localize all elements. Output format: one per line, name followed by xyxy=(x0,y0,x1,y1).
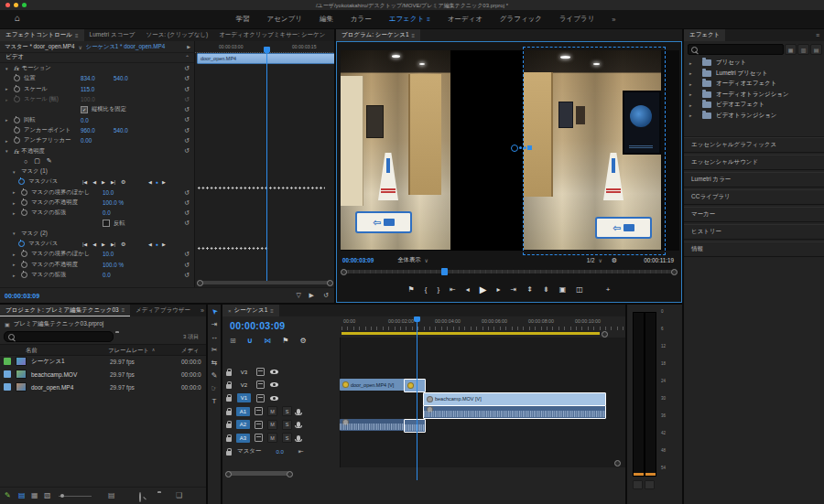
mute-button[interactable]: M xyxy=(267,433,277,443)
param-value[interactable]: 0.0 xyxy=(103,272,111,278)
mask-vertex-handle[interactable] xyxy=(527,145,532,150)
reset-icon[interactable]: ↺ xyxy=(184,84,190,94)
twirl-right-icon[interactable]: ▸ xyxy=(13,262,21,267)
folder-row-video-transitions[interactable]: ▸ビデオトランジション xyxy=(684,111,824,122)
scrollbar-handle[interactable] xyxy=(287,471,293,477)
solo-button[interactable]: S xyxy=(282,406,292,416)
filter-properties-icon[interactable]: ▽ xyxy=(297,292,301,299)
lock-icon[interactable] xyxy=(226,424,232,428)
work-area-end-handle[interactable] xyxy=(602,331,608,338)
mask-2-feather-row[interactable]: ▸ マスクの境界のぼかし 10.0 ↺ xyxy=(0,249,194,259)
uniform-scale-checkbox[interactable]: ✓ xyxy=(81,106,88,113)
reset-icon[interactable]: ↺ xyxy=(184,63,190,73)
param-value[interactable]: 115.0 xyxy=(81,86,94,92)
project-row-sequence[interactable]: シーケンス1 29.97 fps 00:00:0 xyxy=(0,355,206,368)
reset-icon[interactable]: ↺ xyxy=(184,135,190,145)
tab-source-monitor[interactable]: ソース: (クリップなし) xyxy=(140,29,213,41)
find-icon[interactable] xyxy=(139,492,141,502)
track-mask-backward-icon[interactable]: |◀ xyxy=(82,179,87,185)
add-marker-button[interactable]: ⚑ xyxy=(408,286,415,294)
loop-icon[interactable]: ↺ xyxy=(323,292,329,299)
panel-menu-icon[interactable]: ≡ xyxy=(412,33,416,38)
tab-media-browser[interactable]: メディアブラウザー xyxy=(130,305,196,316)
export-frame-button[interactable]: ▣ xyxy=(559,286,567,294)
zoom-slider-handle[interactable] xyxy=(60,494,64,498)
stopwatch-icon[interactable] xyxy=(14,86,20,92)
panel-markers[interactable]: マーカー xyxy=(684,207,824,222)
mask-outline[interactable] xyxy=(523,47,666,255)
insert-nest-toggle-icon[interactable]: ⊞ xyxy=(230,337,236,345)
project-row-beachcamp[interactable]: beachcamp.MOV 29.97 fps 00:00:0 xyxy=(0,368,206,381)
previous-keyframe-icon[interactable]: ◀ xyxy=(148,241,152,247)
mask-edge-handle[interactable] xyxy=(511,145,518,152)
lock-icon[interactable] xyxy=(226,437,232,442)
stopwatch-icon[interactable] xyxy=(21,199,27,206)
step-mask-forward-icon[interactable]: ▶ xyxy=(102,179,105,185)
scrollbar-handle[interactable] xyxy=(327,280,333,286)
zoom-level-select[interactable]: 全体表示 ∨ xyxy=(397,256,428,264)
twirl-right-icon[interactable]: ▸ xyxy=(13,200,21,206)
panel-menu-icon[interactable]: ≡ xyxy=(122,307,125,313)
sync-lock-icon[interactable] xyxy=(255,421,263,429)
keyframe-row-mask1-path[interactable] xyxy=(197,186,325,190)
folder-row-audio-effects[interactable]: ▸オーディオエフェクト xyxy=(684,79,824,90)
reset-icon[interactable]: ↺ xyxy=(184,125,190,135)
scrollbar-handle[interactable] xyxy=(197,280,203,286)
track-output-eye-icon[interactable] xyxy=(270,396,278,401)
effect-group-opacity[interactable]: ▾ fx 不透明度 ↺ xyxy=(0,145,194,155)
mask-handle-dot[interactable] xyxy=(519,146,522,149)
meter-solo-button-right[interactable] xyxy=(645,480,655,489)
clip-door-open-a2-selected[interactable] xyxy=(404,419,426,433)
clip-door-open-v2-selected[interactable] xyxy=(404,379,426,392)
panel-menu-icon[interactable]: ≡ xyxy=(75,33,79,38)
sync-lock-icon[interactable] xyxy=(255,407,263,415)
panel-menu-icon[interactable]: ≡ xyxy=(811,29,824,41)
track-header-v2[interactable]: V2 xyxy=(226,379,338,391)
twirl-right-icon[interactable]: ▸ xyxy=(13,189,21,195)
track-name-v2[interactable]: V2 xyxy=(237,381,251,390)
stopwatch-icon[interactable] xyxy=(14,75,20,81)
video-section-header[interactable]: ビデオ ⌃ xyxy=(0,52,194,63)
mask-2-path-row[interactable]: マスクパス |◀ ◀ ▶ ▶| ⚙ ◀ ● ▶ xyxy=(0,239,194,249)
tab-program-monitor[interactable]: プログラム: シーケンス1 ≡ xyxy=(336,29,420,41)
param-value[interactable]: 0.0 xyxy=(103,209,111,216)
stopwatch-icon[interactable] xyxy=(21,209,27,216)
clip-door-open-v2[interactable]: door_open.MP4 [V] xyxy=(340,379,407,391)
panel-lumetri-color[interactable]: Lumetri カラー xyxy=(684,172,824,188)
twirl-down-icon[interactable]: ▾ xyxy=(5,148,14,154)
mask-2-opacity-row[interactable]: ▸ マスクの不透明度 100.0 % ↺ xyxy=(0,260,194,270)
settings-wrench-icon[interactable]: ⚙ xyxy=(612,257,617,264)
param-value[interactable]: 540.0 xyxy=(114,127,128,134)
panel-info[interactable]: 情報 xyxy=(684,241,824,257)
twirl-right-icon[interactable]: ▸ xyxy=(5,97,14,102)
32bit-color-badge-button[interactable]: ▥ xyxy=(797,44,809,55)
lock-icon[interactable] xyxy=(226,451,232,456)
twirl-down-icon[interactable]: ▾ xyxy=(13,169,21,175)
folder-row-presets[interactable]: ▸プリセット xyxy=(684,58,824,69)
program-playhead[interactable] xyxy=(441,268,448,275)
effect-group-motion[interactable]: ▾ fx モーション ↺ xyxy=(0,63,194,73)
panel-cc-libraries[interactable]: CCライブラリ xyxy=(684,189,824,205)
reset-icon[interactable]: ↺ xyxy=(184,73,190,83)
param-value[interactable]: 100.0 % xyxy=(103,262,124,268)
scrubber-end-handle[interactable] xyxy=(671,269,678,275)
next-keyframe-icon[interactable]: ▶ xyxy=(162,241,166,247)
column-media-start[interactable]: メディ xyxy=(181,347,199,355)
close-icon[interactable]: × xyxy=(228,308,232,314)
program-video-area[interactable]: ⇦ xyxy=(341,50,679,251)
workspace-tab-effects[interactable]: エフェクト ≡ xyxy=(389,15,430,24)
tab-lumetri-scopes[interactable]: Lumetri スコープ xyxy=(84,29,141,41)
master-gain-value[interactable]: 0.0 xyxy=(276,449,283,455)
workspace-menu-icon[interactable]: ≡ xyxy=(427,16,430,22)
param-value[interactable]: 10.0 xyxy=(103,189,114,196)
new-item-icon[interactable]: ❏ xyxy=(176,491,182,499)
panel-menu-icon[interactable]: ≡ xyxy=(270,308,274,314)
reset-icon[interactable]: ↺ xyxy=(184,188,190,198)
sort-icons-icon[interactable]: ▤ xyxy=(108,491,115,499)
workspace-overflow-icon[interactable]: » xyxy=(612,16,615,24)
twirl-down-icon[interactable]: ▾ xyxy=(5,66,14,71)
reset-icon[interactable]: ↺ xyxy=(184,218,190,228)
lock-icon[interactable] xyxy=(226,384,232,389)
mask-1-inverted-row[interactable]: 反転 ↺ xyxy=(0,218,194,228)
pen-tool[interactable]: ✎ xyxy=(208,369,221,381)
